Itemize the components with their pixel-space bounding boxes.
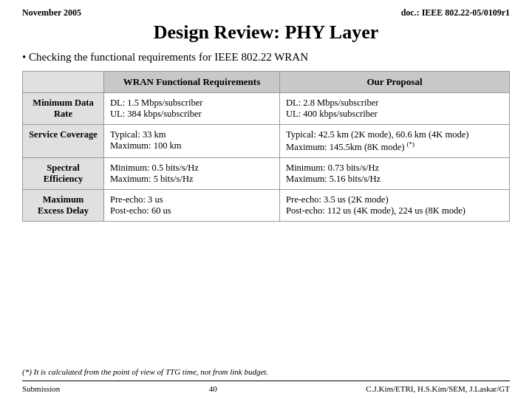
bullet-line: • Checking the functional requirements f…: [22, 51, 510, 64]
cell-2-col1: Minimum: 0.5 bits/s/HzMaximum: 5 bits/s/…: [104, 158, 280, 190]
footer-left: Submission: [22, 384, 60, 393]
col-header-proposal: Our Proposal: [280, 72, 510, 93]
col-header-wran: WRAN Functional Requirements: [104, 72, 280, 93]
cell-0-col2: DL: 2.8 Mbps/subscriberUL: 400 kbps/subs…: [280, 93, 510, 125]
table-wrap: WRAN Functional Requirements Our Proposa…: [22, 71, 510, 363]
requirements-table: WRAN Functional Requirements Our Proposa…: [22, 71, 510, 222]
footer-bar: Submission 40 C.J.Kim/ETRI, H.S.Kim/SEM,…: [22, 381, 510, 393]
row-header-2: Spectral Efficiency: [23, 158, 104, 190]
cell-3-col2: Pre-echo: 3.5 us (2K mode)Post-echo: 112…: [280, 190, 510, 222]
cell-2-col2: Minimum: 0.73 bits/s/HzMaximum: 5.16 bit…: [280, 158, 510, 190]
header-bar: November 2005 doc.: IEEE 802.22-05/0109r…: [22, 7, 510, 18]
row-header-0: Minimum Data Rate: [23, 93, 104, 125]
row-header-3: MaximumExcess Delay: [23, 190, 104, 222]
header-right: doc.: IEEE 802.22-05/0109r1: [401, 7, 510, 18]
main-title: Design Review: PHY Layer: [22, 21, 510, 44]
page: November 2005 doc.: IEEE 802.22-05/0109r…: [0, 0, 532, 399]
footer-center: 40: [209, 384, 217, 393]
row-header-1: Service Coverage: [23, 125, 104, 158]
cell-0-col1: DL: 1.5 Mbps/subscriberUL: 384 kbps/subs…: [104, 93, 280, 125]
footer-right: C.J.Kim/ETRI, H.S.Kim/SEM, J.Laskar/GT: [366, 384, 510, 393]
header-left: November 2005: [22, 7, 81, 18]
cell-3-col1: Pre-echo: 3 usPost-echo: 60 us: [104, 190, 280, 222]
footnote: (*) It is calculated from the point of v…: [22, 367, 510, 376]
cell-1-col1: Typical: 33 kmMaximum: 100 km: [104, 125, 280, 158]
cell-1-col2: Typical: 42.5 km (2K mode), 60.6 km (4K …: [280, 125, 510, 158]
